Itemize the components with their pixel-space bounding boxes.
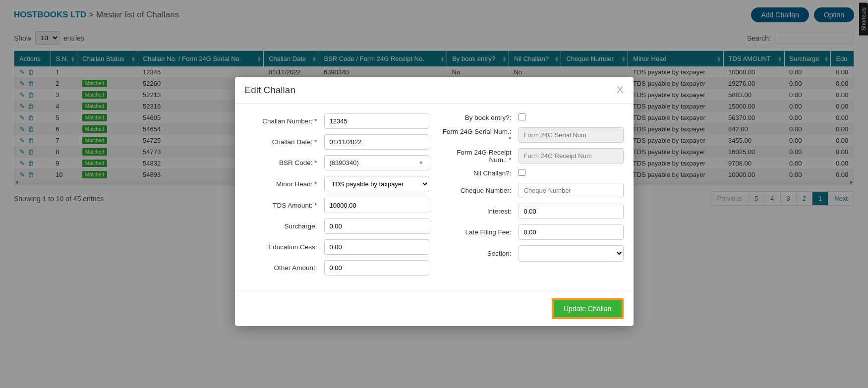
- label-tds-amount: TDS Amount: *: [245, 202, 324, 209]
- close-icon[interactable]: X: [617, 84, 623, 96]
- by-book-entry-checkbox[interactable]: [519, 113, 525, 120]
- label-education-cess: Education Cess:: [245, 243, 324, 251]
- interest-input[interactable]: [519, 204, 624, 219]
- label-interest: Interest:: [439, 208, 519, 215]
- form-24g-receipt-input: [519, 148, 624, 164]
- label-by-book-entry: By book entry?:: [439, 114, 519, 121]
- update-challan-button[interactable]: Update Challan: [552, 298, 624, 319]
- label-nil-challan: Nil Challan?:: [439, 169, 519, 177]
- education-cess-input[interactable]: [324, 239, 429, 255]
- label-form-24g-receipt: Form 24G Receipt Num.: *: [439, 149, 519, 164]
- edit-challan-modal: Edit Challan X Challan Number: * Challan…: [235, 77, 634, 326]
- form-24g-serial-input: [519, 127, 624, 143]
- challan-date-input[interactable]: [324, 134, 429, 150]
- cheque-number-input[interactable]: [519, 183, 624, 198]
- late-filing-fee-input[interactable]: [519, 224, 624, 240]
- label-late-filing-fee: Late Filing Fee:: [439, 228, 519, 236]
- label-minor-head: Minor Head: *: [245, 180, 324, 188]
- modal-overlay: Edit Challan X Challan Number: * Challan…: [0, 0, 868, 388]
- label-challan-number: Challan Number: *: [245, 117, 324, 125]
- surcharge-input[interactable]: [324, 219, 429, 234]
- challan-number-input[interactable]: [324, 113, 429, 129]
- section-select[interactable]: [519, 245, 624, 262]
- modal-title: Edit Challan: [245, 85, 295, 96]
- minor-head-select[interactable]: TDS payable by taxpayer: [324, 176, 429, 192]
- chevron-down-icon: ▼: [419, 160, 424, 166]
- bsr-code-select[interactable]: (6390340)▼: [324, 155, 429, 170]
- other-amount-input[interactable]: [324, 260, 429, 276]
- label-section: Section:: [439, 250, 519, 257]
- label-other-amount: Other Amount:: [245, 264, 324, 272]
- tds-amount-input[interactable]: [324, 198, 429, 213]
- label-cheque-number: Cheque Number:: [439, 187, 519, 194]
- label-challan-date: Challan Date: *: [245, 138, 324, 146]
- nil-challan-checkbox[interactable]: [519, 169, 525, 176]
- label-bsr-code: BSR Code: *: [245, 159, 324, 166]
- label-form-24g-serial: Form 24G Serial Num.: *: [439, 128, 519, 143]
- label-surcharge: Surcharge:: [245, 222, 324, 230]
